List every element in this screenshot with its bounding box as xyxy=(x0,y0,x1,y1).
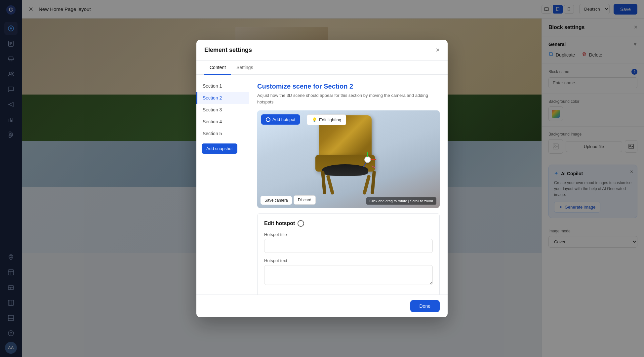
tab-settings[interactable]: Settings xyxy=(231,61,259,75)
save-camera-button[interactable]: Save camera xyxy=(261,196,292,205)
chair-leg-4 xyxy=(362,175,371,195)
hotspot-text-label: Hotspot text xyxy=(264,258,433,263)
modal-header: Element settings × xyxy=(196,40,448,61)
section-item-4[interactable]: Section 4 xyxy=(196,116,249,128)
gizmo-y-axis xyxy=(367,152,368,157)
discard-button[interactable]: Discard xyxy=(294,195,316,205)
hotspot-text-input[interactable] xyxy=(264,265,433,285)
add-hotspot-button[interactable]: Add hotspot xyxy=(261,114,300,125)
modal-title: Element settings xyxy=(204,47,252,54)
hotspot-title-label: Hotspot title xyxy=(264,232,433,237)
element-settings-modal: Element settings × Content Settings Sect… xyxy=(196,40,448,317)
modal-footer: Done xyxy=(196,295,448,317)
hotspot-circle-icon xyxy=(266,117,270,122)
edit-hotspot-title: Edit hotspot xyxy=(264,220,433,227)
transform-gizmo xyxy=(359,151,376,168)
gizmo-center xyxy=(364,156,371,163)
scene-description: Adjust how the 3D scene should appear fo… xyxy=(257,92,440,105)
section-item-5[interactable]: Section 5 xyxy=(196,128,249,139)
section-item-2[interactable]: Section 2 xyxy=(196,92,249,104)
modal-sections-sidebar: Section 1 Section 2 Section 3 Section 4 … xyxy=(196,75,249,295)
scene-hint-text: Click and drag to rotate | Scroll to zoo… xyxy=(366,197,436,205)
modal-body: Section 1 Section 2 Section 3 Section 4 … xyxy=(196,75,448,295)
chair-leg-2 xyxy=(371,171,376,194)
hotspot-icon xyxy=(298,220,304,227)
hotspot-text-group: Hotspot text xyxy=(264,258,433,286)
add-hotspot-label: Add hotspot xyxy=(272,117,295,122)
done-button[interactable]: Done xyxy=(410,300,440,312)
modal-close-button[interactable]: × xyxy=(436,46,440,54)
modal-main-content: Customize scene for Section 2 Adjust how… xyxy=(249,75,448,295)
scene-3d-viewer[interactable]: Add hotspot 💡 Edit lighting Save camera … xyxy=(257,110,440,208)
chair-3d-model xyxy=(309,115,388,201)
edit-lighting-label: Edit lighting xyxy=(319,117,341,122)
edit-lighting-button[interactable]: 💡 Edit lighting xyxy=(307,114,346,125)
scene-title: Customize scene for Section 2 xyxy=(257,83,440,90)
edit-hotspot-section: Edit hotspot Hotspot title Hotspot text xyxy=(257,213,440,295)
gizmo-z-axis xyxy=(363,163,366,167)
chair-leg-3 xyxy=(326,175,334,195)
hotspot-title-input[interactable] xyxy=(264,239,433,253)
section-item-1[interactable]: Section 1 xyxy=(196,80,249,92)
section-item-3[interactable]: Section 3 xyxy=(196,104,249,116)
add-snapshot-button[interactable]: Add snapshot xyxy=(202,143,237,154)
lighting-icon: 💡 xyxy=(312,117,317,122)
gizmo-x-axis xyxy=(371,159,376,160)
tab-content[interactable]: Content xyxy=(204,61,231,75)
edit-hotspot-label: Edit hotspot xyxy=(264,220,295,226)
hotspot-title-group: Hotspot title xyxy=(264,232,433,253)
modal-overlay: Element settings × Content Settings Sect… xyxy=(0,0,644,357)
modal-tabs: Content Settings xyxy=(196,61,448,75)
